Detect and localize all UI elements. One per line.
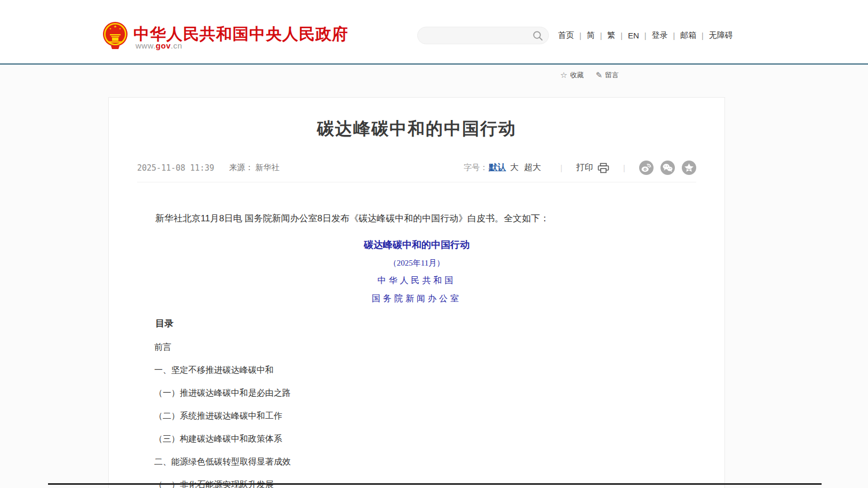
printer-icon [598,163,609,173]
source: 来源： 新华社 [229,163,280,173]
search-input[interactable] [425,27,527,44]
toc-item-1-1: （一）推进碳达峰碳中和是必由之路 [137,388,696,397]
meta-divider: | [623,163,625,172]
source-value[interactable]: 新华社 [256,163,280,172]
nav-simplified[interactable]: 简 [587,30,595,41]
site-url-www: www. [136,41,156,50]
site-url-cn: .cn [171,41,182,50]
document-date: （2025年11月） [137,258,696,268]
nav-divider: | [620,31,623,40]
site-url-gov: gov [156,41,171,50]
weibo-share-icon[interactable] [639,161,654,175]
publish-date: 2025-11-08 11:39 [137,163,214,173]
site-header: 中华人民共和国中央人民政府 www.gov.cn 首页 | 简 | 繁 | EN… [0,0,868,64]
font-size-default-button[interactable]: 默认 [489,162,506,173]
print-button[interactable]: 打印 [576,162,609,173]
national-emblem-logo [102,21,129,51]
top-nav: 首页 | 简 | 繁 | EN | 登录 | 邮箱 | 无障碍 [558,30,733,41]
toc-item-preface: 前言 [137,342,696,351]
toc-heading: 目录 [137,319,696,329]
nav-divider: | [673,31,675,40]
nav-divider: | [702,31,704,40]
search-box [417,27,549,44]
toc-item-1-2: （二）系统推进碳达峰碳中和工作 [137,411,696,420]
nav-home[interactable]: 首页 [558,30,574,41]
nav-mail[interactable]: 邮箱 [680,30,696,41]
pen-icon: ✎ [595,70,602,80]
font-size-label: 字号： [464,163,488,173]
document-title: 碳达峰碳中和的中国行动 [137,238,696,251]
nav-divider: | [579,31,582,40]
nav-login[interactable]: 登录 [651,30,667,41]
article-container: 碳达峰碳中和的中国行动 2025-11-08 11:39 来源： 新华社 字号：… [108,97,725,488]
font-size-large-button[interactable]: 大 [510,162,519,173]
message-button[interactable]: ✎ 留言 [595,70,619,80]
meta-divider: | [560,163,562,172]
meta-left: 2025-11-08 11:39 来源： 新华社 [137,163,280,173]
toc-item-2: 二、能源绿色低碳转型取得显著成效 [137,457,696,466]
toc-item-1: 一、坚定不移推进碳达峰碳中和 [137,365,696,374]
lead-paragraph: 新华社北京11月8日电 国务院新闻办公室8日发布《碳达峰碳中和的中国行动》白皮书… [137,212,696,225]
document-heading-block: 碳达峰碳中和的中国行动 （2025年11月） 中华人民共和国 国务院新闻办公室 [137,238,696,305]
nav-traditional[interactable]: 繁 [607,30,615,41]
nav-accessibility[interactable]: 无障碍 [709,30,733,41]
article-meta-row: 2025-11-08 11:39 来源： 新华社 字号： 默认 大 超大 | 打… [137,161,696,182]
source-label: 来源： [229,163,253,172]
nav-divider: | [600,31,602,40]
page-title: 碳达峰碳中和的中国行动 [137,118,696,139]
favorite-label: 收藏 [570,70,584,80]
toc-item-1-3: （三）构建碳达峰碳中和政策体系 [137,434,696,443]
nav-divider: | [644,31,647,40]
document-org-line2: 国务院新闻办公室 [137,293,696,305]
share-icons [639,161,696,175]
star-icon: ☆ [560,70,567,80]
document-org-line1: 中华人民共和国 [137,275,696,286]
print-label: 打印 [576,162,593,173]
message-label: 留言 [605,70,619,80]
viewport-bottom-rule [48,483,822,485]
article-actions: ☆ 收藏 ✎ 留言 [560,70,619,80]
site-url: www.gov.cn [136,41,182,50]
qzone-share-icon[interactable] [682,161,696,175]
nav-english[interactable]: EN [628,31,639,40]
wechat-share-icon[interactable] [660,161,675,175]
font-size-xlarge-button[interactable]: 超大 [524,162,541,173]
meta-right: 字号： 默认 大 超大 | 打印 | [464,161,696,175]
search-icon[interactable] [532,30,543,41]
favorite-button[interactable]: ☆ 收藏 [560,70,584,80]
